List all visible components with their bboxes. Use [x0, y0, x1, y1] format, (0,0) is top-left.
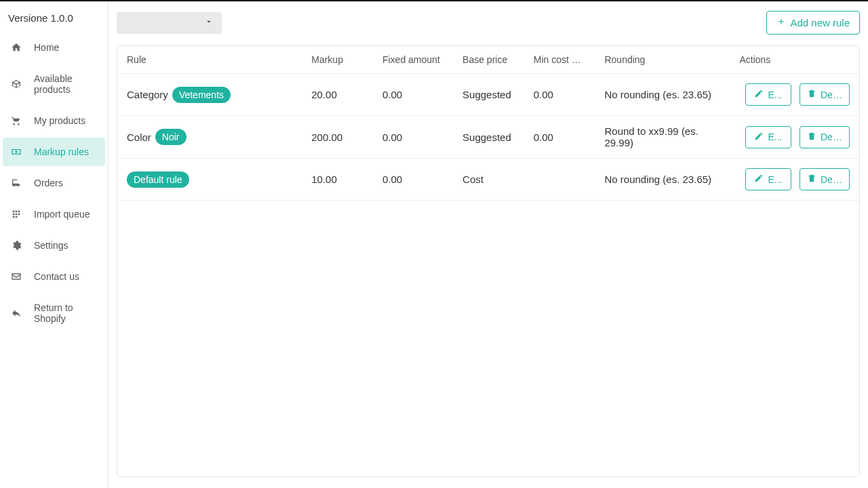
mail-icon [11, 271, 22, 282]
edit-icon [754, 174, 764, 185]
sidebar-item-settings[interactable]: Settings [3, 231, 105, 260]
sidebar-item-label: Settings [34, 240, 68, 251]
filter-select[interactable] [117, 12, 222, 34]
sidebar-item-return-to-shopify[interactable]: Return to Shopify [3, 293, 105, 333]
truck-icon [11, 178, 22, 188]
chevron-down-icon [204, 17, 214, 28]
add-new-rule-button[interactable]: Add new rule [766, 11, 860, 35]
version-label: Versione 1.0.0 [0, 7, 108, 33]
sidebar-item-label: Home [34, 42, 59, 53]
sidebar-item-label: Return to Shopify [34, 302, 97, 324]
delete-button[interactable]: Del... [800, 168, 850, 190]
trash-icon [807, 89, 816, 100]
sidebar: Versione 1.0.0 HomeAvailable productsMy … [0, 0, 108, 488]
edit-label: E... [768, 174, 782, 185]
min-cell: 0.00 [524, 74, 595, 116]
delete-label: Del... [821, 174, 842, 185]
edit-button[interactable]: E... [745, 126, 791, 148]
th-base: Base price [453, 46, 524, 74]
th-markup: Markup [302, 46, 373, 74]
sidebar-item-label: Contact us [34, 271, 79, 282]
sidebar-item-label: My products [34, 115, 85, 126]
rule-tag: Noir [155, 129, 186, 145]
main-panel: Add new rule Rule Markup Fixed amount Ba… [108, 0, 868, 488]
edit-label: E... [768, 89, 782, 100]
home-icon [11, 42, 22, 53]
rules-table: Rule Markup Fixed amount Base price Min … [117, 46, 859, 201]
sidebar-item-orders[interactable]: Orders [3, 169, 105, 197]
box-icon [11, 79, 22, 89]
th-actions: Actions [730, 46, 859, 74]
round-cell: Round to xx9.99 (es. 29.99) [595, 116, 730, 159]
sidebar-item-available-products[interactable]: Available products [3, 64, 105, 104]
sidebar-item-home[interactable]: Home [3, 33, 105, 62]
grid-icon [11, 209, 22, 220]
edit-icon [754, 89, 764, 100]
table-row: Default rule10.000.00CostNo rounding (es… [117, 159, 859, 201]
delete-label: Del... [821, 131, 842, 142]
add-new-rule-label: Add new rule [790, 17, 850, 28]
delete-label: Del... [821, 89, 842, 100]
sidebar-item-markup-rules[interactable]: Markup rules [3, 138, 105, 166]
app-root: Versione 1.0.0 HomeAvailable productsMy … [0, 0, 868, 488]
markup-cell: 10.00 [302, 159, 373, 201]
delete-button[interactable]: Del... [800, 83, 850, 106]
window-topbar [0, 0, 868, 1]
sidebar-item-label: Import queue [34, 209, 90, 220]
rules-table-container: Rule Markup Fixed amount Base price Min … [117, 45, 860, 477]
sidebar-nav: HomeAvailable productsMy productsMarkup … [0, 33, 108, 336]
edit-button[interactable]: E... [745, 83, 791, 106]
round-cell: No rounding (es. 23.65) [595, 74, 730, 116]
sidebar-item-my-products[interactable]: My products [3, 106, 105, 135]
base-cell: Suggested [453, 116, 524, 159]
min-cell: 0.00 [524, 116, 595, 159]
table-row: ColorNoir200.000.00Suggested0.00Round to… [117, 116, 859, 159]
toolbar: Add new rule [117, 11, 860, 35]
delete-button[interactable]: Del... [800, 126, 850, 148]
rule-tag: Vetements [172, 87, 231, 103]
rule-prefix: Category [127, 89, 168, 100]
plus-icon [776, 17, 786, 28]
sidebar-item-label: Orders [34, 178, 63, 188]
th-round: Rounding [595, 46, 730, 74]
markup-cell: 200.00 [302, 116, 373, 159]
fixed-cell: 0.00 [373, 74, 453, 116]
cart-icon [11, 115, 22, 126]
reply-icon [11, 308, 22, 319]
sidebar-item-import-queue[interactable]: Import queue [3, 200, 105, 228]
edit-button[interactable]: E... [745, 168, 791, 190]
trash-icon [807, 131, 816, 143]
base-cell: Cost [453, 159, 524, 201]
round-cell: No rounding (es. 23.65) [595, 159, 730, 201]
sidebar-item-label: Available products [34, 73, 97, 95]
base-cell: Suggested [453, 74, 524, 116]
fixed-cell: 0.00 [373, 116, 453, 159]
markup-cell: 20.00 [302, 74, 373, 116]
th-fixed: Fixed amount [373, 46, 453, 74]
money-icon [11, 146, 22, 157]
trash-icon [807, 174, 816, 185]
sidebar-item-contact-us[interactable]: Contact us [3, 262, 105, 291]
min-cell [524, 159, 595, 201]
fixed-cell: 0.00 [373, 159, 453, 201]
th-min: Min cost mar... [524, 46, 595, 74]
rule-tag: Default rule [127, 171, 189, 188]
sidebar-item-label: Markup rules [34, 146, 89, 157]
table-row: CategoryVetements20.000.00Suggested0.00N… [117, 74, 859, 116]
gear-icon [11, 240, 22, 251]
edit-icon [754, 131, 764, 143]
rule-prefix: Color [127, 131, 151, 143]
edit-label: E... [768, 131, 782, 142]
th-rule: Rule [117, 46, 302, 74]
